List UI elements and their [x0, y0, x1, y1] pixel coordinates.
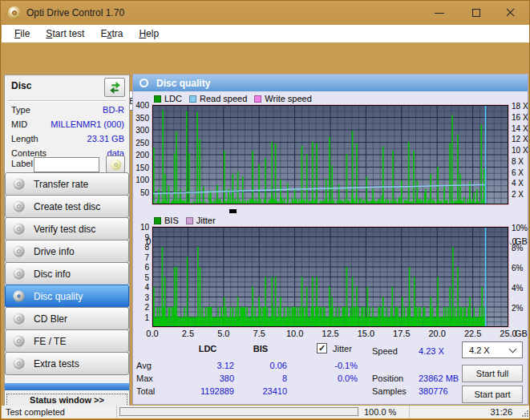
sidebar-item-label: Drive info — [34, 246, 75, 257]
y-tick-label: 100 — [133, 176, 149, 184]
label-input[interactable] — [34, 157, 99, 172]
start-part-button[interactable]: Start part — [462, 386, 523, 403]
minimize-icon — [435, 13, 444, 14]
resize-grip[interactable] — [522, 410, 528, 417]
right-tick-label: 14 X — [512, 124, 530, 133]
disc-icon — [13, 335, 24, 346]
y-tick-label: 250 — [133, 139, 149, 147]
y-tick-label: 150 — [133, 164, 149, 172]
right-tick-label: 6 X — [512, 168, 530, 177]
sidebar-item-fe-te[interactable]: FE / TE — [5, 329, 129, 353]
menu-item-start-test[interactable]: Start test — [38, 26, 92, 41]
legend-swatch-jitter — [186, 217, 193, 224]
legend-swatch-ldc — [154, 95, 161, 103]
disc-row-type: TypeBD-R — [11, 105, 124, 116]
stats-header-bis: BIS — [234, 344, 287, 353]
menu-item-extra[interactable]: Extra — [92, 26, 131, 41]
sidebar-item-extra-tests[interactable]: Extra tests — [5, 352, 129, 375]
bis-chart: 0.02.55.07.510.012.515.017.520.022.525.0… — [133, 227, 529, 339]
x-tick-label: 17.5 — [393, 329, 410, 338]
y-tick-label: 400 — [133, 101, 149, 110]
quality-speed-select[interactable]: 4.2 X — [462, 341, 523, 358]
chart2-legend: BISJitter — [154, 216, 223, 225]
info-label-samples: Samples — [372, 386, 407, 396]
y-tick-label: 3 — [133, 293, 149, 302]
stats-jitter-value: -0.1% — [293, 361, 358, 370]
x-axis-unit: GB — [515, 329, 528, 338]
legend-label-ldc: LDC — [164, 94, 182, 103]
main-panel: Disc quality LDCRead speedWrite speed 0.… — [132, 74, 528, 405]
disc-row-label: Type — [11, 105, 30, 115]
x-tick-label: 22.5 — [464, 329, 481, 338]
disc-row-label: Length — [11, 134, 38, 143]
right-tick-label: 10 X — [512, 146, 530, 155]
y-tick-label: 4 — [133, 283, 149, 292]
sidebar-item-label: CD Bler — [34, 313, 67, 325]
sidebar-spacer — [5, 383, 129, 390]
refresh-disc-button[interactable] — [104, 78, 125, 97]
disc-label-button[interactable] — [106, 155, 125, 173]
disc-icon — [13, 200, 24, 212]
disc-row-value: BD-R — [103, 105, 124, 115]
sidebar-item-cd-bler[interactable]: CD Bler — [5, 307, 129, 330]
x-tick-label: 7.5 — [253, 329, 265, 338]
sidebar-item-create-test-disc[interactable]: Create test disc — [5, 195, 129, 218]
stats-row-label: Max — [136, 374, 153, 383]
sidebar-item-disc-info[interactable]: Disc info — [5, 262, 129, 285]
sidebar-item-label: Extra tests — [34, 358, 79, 370]
right-tick-label: 8 X — [512, 157, 530, 166]
sidebar-item-label: Create test disc — [34, 201, 100, 212]
stats-row-label: Avg — [136, 361, 152, 370]
disc-icon — [13, 223, 24, 234]
stats-bis-value: 23410 — [234, 386, 287, 396]
stats-bis-value: 8 — [234, 374, 287, 383]
sidebar-item-transfer-rate[interactable]: Transfer rate — [5, 172, 129, 196]
sidebar-item-drive-info[interactable]: Drive info — [5, 240, 129, 263]
x-tick-label: 12.5 — [322, 329, 338, 338]
stats-bis-value: 0.06 — [234, 361, 287, 370]
right-tick-label: 8% — [512, 244, 530, 252]
cd-icon — [110, 159, 121, 170]
stats-table: ✓ Jitter LDCBISAvg3.120.06-0.1%Max38080.… — [136, 341, 457, 404]
status-bar: Test completed 100.0 % 31:26 — [2, 406, 530, 418]
info-label-speed: Speed — [372, 346, 398, 356]
y-tick-label: 2 — [133, 303, 149, 312]
elapsed-time: 31:26 — [490, 407, 512, 417]
status-window-button[interactable]: Status window >> — [6, 394, 127, 406]
disc-icon — [13, 268, 24, 279]
title-bar: Opti Drive Control 1.70 — [1, 1, 529, 25]
y-tick-label: 50 — [133, 188, 149, 197]
minimize-button[interactable] — [423, 1, 455, 25]
legend-label-jitter: Jitter — [196, 216, 216, 225]
legend-swatch-bis — [154, 217, 161, 224]
menu-item-help[interactable]: Help — [131, 26, 167, 41]
ldc-chart: 0.02.55.07.510.012.515.017.520.022.525.0… — [133, 105, 529, 225]
statusbar-separator — [116, 406, 117, 418]
quality-speed-value: 4.2 X — [469, 345, 490, 355]
close-button[interactable] — [494, 1, 526, 25]
stats-row-label: Total — [136, 386, 155, 396]
maximize-icon — [472, 9, 480, 17]
toolbar: Drive (G:) HL-DT-ST BD-RE WH16NS48 1.D3 … — [2, 42, 530, 75]
disc-icon — [13, 290, 24, 301]
stats-jitter-value: 0.0% — [293, 374, 358, 383]
y-tick-label: 6 — [133, 263, 149, 272]
menu-item-file[interactable]: File — [6, 26, 38, 41]
right-tick-label: 12 X — [512, 135, 530, 143]
y-tick-label: 5 — [133, 273, 149, 282]
maximize-button[interactable] — [460, 1, 492, 25]
right-tick-label: 6% — [512, 264, 530, 273]
start-full-button[interactable]: Start full — [462, 365, 523, 382]
sidebar-item-disc-quality[interactable]: Disc quality — [5, 285, 129, 308]
sidebar-item-label: FE / TE — [34, 336, 66, 347]
sidebar-item-verify-test-disc[interactable]: Verify test disc — [5, 217, 129, 240]
jitter-checkbox[interactable]: ✓ — [317, 343, 327, 353]
refresh-icon — [108, 81, 122, 95]
sidebar: Disc TypeBD-RMIDMILLENMR1 (000)Length23.… — [4, 75, 130, 406]
progress-bar — [119, 407, 358, 416]
disc-icon — [13, 245, 24, 256]
disc-icon — [13, 313, 24, 324]
y-tick-label: 350 — [133, 114, 149, 123]
disc-ring-icon — [140, 79, 148, 87]
right-tick-label: 4 X — [512, 179, 530, 188]
